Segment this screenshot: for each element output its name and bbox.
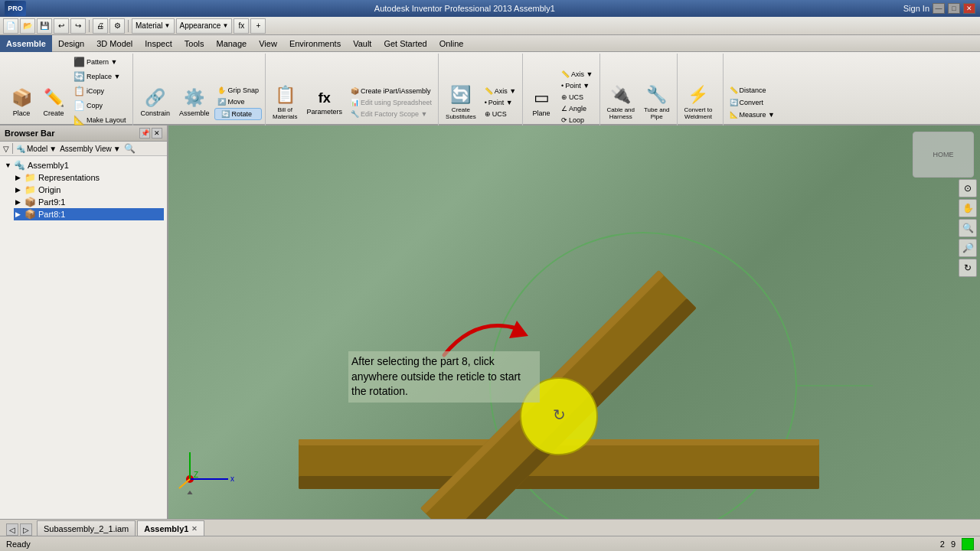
measure-icon: 📐: [730, 111, 738, 119]
tree-item-origin[interactable]: ▶ 📁 Origin: [14, 184, 164, 196]
menu-vault[interactable]: Vault: [347, 35, 377, 52]
constrain-button[interactable]: 🔗 Constrain: [136, 81, 174, 124]
viewport[interactable]: ↻ After selecting the part 8, click anyw…: [168, 126, 980, 519]
cable-harness-button[interactable]: 🔌 Cable andHarness: [603, 81, 639, 124]
plus-button[interactable]: +: [250, 18, 266, 34]
pan-button[interactable]: ✋: [959, 199, 977, 217]
redo-button[interactable]: ↪: [70, 18, 86, 34]
distance-label: Distance: [740, 86, 766, 94]
fx-button[interactable]: fx: [234, 18, 249, 34]
wf-point-button[interactable]: • Point ▼: [558, 80, 596, 91]
tab-assembly1-close[interactable]: ✕: [191, 525, 198, 533]
create-substitutes-button[interactable]: 🔄 CreateSubstitutes: [442, 81, 480, 124]
icopy-button[interactable]: 📋 iCopy: [70, 84, 129, 98]
menu-3dmodel[interactable]: 3D Model: [90, 35, 139, 52]
tab-subassembly[interactable]: Subassembly_2_1.iam: [37, 520, 136, 536]
orbit-button[interactable]: ↻: [959, 259, 977, 277]
plane-button[interactable]: ▭ Plane: [526, 81, 557, 124]
close-button[interactable]: ✕: [963, 3, 975, 14]
wf-ucs-button[interactable]: ⊕ UCS: [558, 92, 596, 103]
open-button[interactable]: 📂: [20, 18, 35, 34]
menu-design[interactable]: Design: [52, 35, 90, 52]
tree-item-part9[interactable]: ▶ 📦 Part9:1: [14, 196, 164, 208]
edit-spreadsheet-button[interactable]: 📊 Edit using Spreadsheet: [348, 97, 435, 108]
annotation-text: After selecting the part 8, click anywhe…: [348, 351, 540, 403]
zoom-extent-button[interactable]: ⊙: [959, 179, 977, 197]
save-button[interactable]: 💾: [37, 18, 52, 34]
assemble-label: Assemble: [179, 109, 210, 117]
convert-weldment-button[interactable]: ⚡ Convert toWeldment: [681, 81, 717, 124]
plane-label: Plane: [533, 109, 550, 117]
bom-button[interactable]: 📋 Bill ofMaterials: [269, 81, 301, 124]
expand-part8[interactable]: ▶: [15, 210, 24, 218]
edit-factory-icon: 🔧: [351, 110, 359, 118]
expand-representations[interactable]: ▶: [15, 174, 24, 181]
grip-snap-button[interactable]: ✋ Grip Snap: [214, 85, 262, 96]
edit-factory-button[interactable]: 🔧 Edit Factory Scope ▼: [348, 109, 435, 119]
measure-button[interactable]: 📐 Measure ▼: [727, 109, 778, 120]
tab-next-button[interactable]: ▷: [20, 523, 32, 536]
undo-button[interactable]: ↩: [54, 18, 69, 34]
pattern-button[interactable]: ⬛ Pattern ▼: [70, 55, 129, 69]
menu-inspect[interactable]: Inspect: [139, 35, 178, 52]
tab-prev-button[interactable]: ◁: [6, 523, 18, 536]
copy-button[interactable]: 📄 Copy: [70, 99, 129, 112]
print-button[interactable]: 🖨: [93, 18, 108, 34]
browser-close-button[interactable]: ✕: [152, 128, 162, 139]
appearance-dropdown[interactable]: Appearance ▼: [176, 18, 233, 34]
move-button[interactable]: ↗️ Move: [214, 96, 262, 107]
menu-assemble[interactable]: Assemble: [0, 35, 52, 52]
menu-tools[interactable]: Tools: [178, 35, 211, 52]
create-ipart-button[interactable]: 📦 Create iPart/iAssembly: [348, 86, 435, 96]
loop-button[interactable]: ⟳ Loop: [558, 115, 596, 126]
menu-online[interactable]: Online: [433, 35, 470, 52]
menu-view[interactable]: View: [253, 35, 283, 52]
loop-label: Loop: [569, 116, 584, 124]
maximize-button[interactable]: □: [948, 3, 960, 14]
wf-ucs-icon: ⊕: [561, 93, 567, 101]
wf-axis-button[interactable]: 📏 Axis ▼: [558, 69, 596, 80]
material-dropdown[interactable]: Material ▼: [132, 18, 175, 34]
menu-manage[interactable]: Manage: [210, 35, 253, 52]
browser-bar-title: Browser Bar 📌 ✕: [0, 126, 167, 142]
model-dropdown[interactable]: 🔩 Model ▼: [16, 145, 57, 153]
point-button[interactable]: • Point ▼: [482, 97, 519, 108]
replace-button[interactable]: 🔄 Replace ▼: [70, 70, 129, 83]
tree-item-part8[interactable]: ▶ 📦 Part8:1: [14, 208, 164, 220]
menu-environments[interactable]: Environments: [283, 35, 347, 52]
expand-assembly1[interactable]: ▼: [5, 161, 14, 169]
parameters-button[interactable]: fx Parameters: [302, 81, 346, 124]
distance-button[interactable]: 📏 Distance: [727, 85, 778, 96]
tube-pipe-button[interactable]: 🔧 Tube andPipe: [640, 81, 674, 124]
part8-label: Part8:1: [38, 210, 65, 219]
expand-part9[interactable]: ▶: [15, 198, 24, 206]
menu-getstarted[interactable]: Get Started: [377, 35, 433, 52]
convert-button[interactable]: 🔄 Convert: [727, 97, 778, 108]
properties-button[interactable]: ⚙: [109, 18, 125, 34]
assemble-button[interactable]: ⚙️ Assemble: [175, 81, 214, 124]
angle-button[interactable]: ∠ Angle: [558, 103, 596, 114]
search-button[interactable]: 🔍: [124, 143, 136, 154]
browser-pin-button[interactable]: 📌: [139, 128, 150, 139]
zoom-out-button[interactable]: 🔎: [959, 239, 977, 257]
status-num2: 9: [951, 540, 956, 549]
replace-label: Replace ▼: [87, 73, 120, 80]
zoom-in-button[interactable]: 🔍: [959, 219, 977, 237]
tree-item-assembly1[interactable]: ▼ 🔩 Assembly1: [3, 159, 164, 171]
place-button[interactable]: 📦 Place: [6, 81, 37, 124]
new-button[interactable]: 📄: [3, 18, 18, 34]
expand-origin[interactable]: ▶: [15, 186, 24, 194]
minimize-button[interactable]: —: [933, 3, 945, 14]
rotate-icon: 🔄: [221, 110, 230, 118]
rotate-button[interactable]: 🔄 Rotate: [214, 108, 262, 120]
filter-button[interactable]: ▽: [3, 145, 9, 153]
assembly-view-dropdown[interactable]: Assembly View ▼: [60, 145, 121, 153]
sign-in-button[interactable]: Sign In: [903, 4, 929, 13]
ucs-button[interactable]: ⊕ UCS: [482, 109, 519, 119]
axis-button[interactable]: 📏 Axis ▼: [482, 86, 519, 96]
convert-label: Convert: [740, 99, 764, 106]
viewcube[interactable]: HOME: [913, 132, 974, 178]
create-button[interactable]: ✏️ Create: [38, 81, 69, 124]
tab-assembly1[interactable]: Assembly1 ✕: [137, 520, 204, 536]
tree-item-representations[interactable]: ▶ 📁 Representations: [14, 171, 164, 184]
